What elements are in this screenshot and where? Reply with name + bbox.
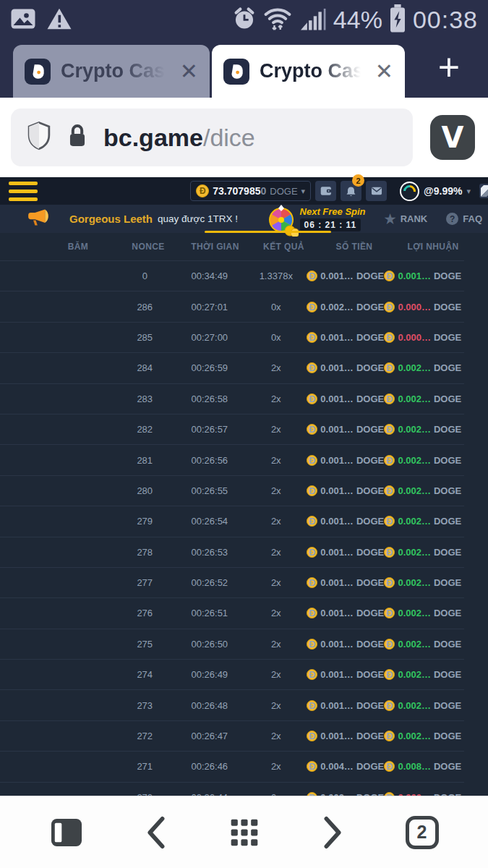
cell-amount: Đ 0.001… DOGE [309,669,382,680]
flag-icon[interactable] [478,182,488,200]
bet-row[interactable]: 282 00:26:57 2x Đ 0.001… DOGE Đ 0.002… D… [0,414,464,444]
bet-row[interactable]: 281 00:26:56 2x Đ 0.001… DOGE Đ 0.002… D… [0,444,464,475]
amount-unit: DOGE [356,577,384,588]
profit-unit: DOGE [434,485,461,496]
cell-profit: Đ 0.002… DOGE [382,362,464,373]
cell-profit: Đ 0.002… DOGE [382,516,464,527]
doge-coin-icon: Đ [307,516,317,527]
doge-coin-icon: Đ [384,761,395,772]
menu-icon[interactable] [9,182,38,201]
vivaldi-menu-button[interactable]: V [430,115,475,160]
url-text: bc.game/dice [103,124,255,152]
cell-nonce: 273 [114,700,176,711]
faq-label: FAQ [463,213,482,224]
col-header-hash: BĂM [40,242,116,252]
bet-row[interactable]: 286 00:27:01 0x Đ 0.002… DOGE Đ 0.000… D… [0,291,464,321]
balance-selector[interactable]: Đ 73.7079850 DOGE ▾ [190,181,311,201]
bet-row[interactable]: 275 00:26:50 2x Đ 0.001… DOGE Đ 0.002… D… [0,629,464,659]
col-header-profit: LỢI NHUẬN [390,242,476,252]
wallet-button[interactable] [315,181,336,201]
warning-icon [46,7,72,33]
bet-row[interactable]: 270 00:26:44 0x Đ 0.002… DOGE Đ 0.000… D… [0,782,464,796]
doge-coin-icon: Đ [196,184,209,197]
cell-amount: Đ 0.001… DOGE [309,271,382,281]
bet-row[interactable]: 279 00:26:54 2x Đ 0.001… DOGE Đ 0.002… D… [0,506,464,536]
url-field[interactable]: bc.game/dice [11,109,413,166]
bet-row[interactable]: 283 00:26:58 2x Đ 0.001… DOGE Đ 0.002… D… [0,383,464,414]
profit-value: 0.002… [398,362,431,373]
notifications-button[interactable]: 2 [341,181,361,201]
bet-row[interactable]: 284 00:26:59 2x Đ 0.001… DOGE Đ 0.002… D… [0,352,464,383]
close-tab-icon[interactable]: ✕ [180,59,198,84]
doge-coin-icon: Đ [384,302,395,312]
wifi-icon [262,6,293,35]
cell-nonce: 278 [114,547,176,558]
cell-time: 00:26:52 [176,577,243,588]
tab-switcher-button[interactable]: 2 [393,804,451,861]
messages-button[interactable] [366,181,387,201]
bet-row[interactable]: 272 00:26:47 2x Đ 0.001… DOGE Đ 0.002… D… [0,720,464,751]
bet-row[interactable]: 276 00:26:51 2x Đ 0.001… DOGE Đ 0.002… D… [0,597,464,628]
cell-profit: Đ 0.002… DOGE [382,669,464,680]
panel-toggle-button[interactable] [38,804,95,861]
cell-time: 00:26:55 [176,485,243,496]
cell-amount: Đ 0.001… DOGE [309,547,382,558]
cell-profit: Đ 0.001… DOGE [382,271,464,281]
new-tab-button[interactable]: + [430,50,468,88]
bet-row[interactable]: 271 00:26:46 2x Đ 0.004… DOGE Đ 0.008… D… [0,751,464,781]
cell-nonce: 281 [114,455,176,466]
bet-row[interactable]: 274 00:26:49 2x Đ 0.001… DOGE Đ 0.002… D… [0,659,464,689]
profit-value: 0.002… [398,669,431,680]
doge-coin-icon: Đ [384,516,395,527]
amount-unit: DOGE [356,393,384,404]
profit-unit: DOGE [434,271,461,281]
bets-table: BĂM NONCE THỜI GIAN KẾT QUẢ SỐ TIỀN LỢI … [0,233,488,796]
doge-coin-icon: Đ [307,271,317,281]
amount-unit: DOGE [356,332,384,343]
free-spin-label: Next Free Spin [300,206,366,217]
cell-time: 00:26:47 [176,731,243,741]
amount-unit: DOGE [356,362,384,373]
cell-result: 2x [243,547,309,558]
battery-percent: 44% [333,6,382,34]
browser-tab-active[interactable]: Crypto Casi ✕ [212,45,405,98]
browser-tab-inactive[interactable]: Crypto Casi ✕ [13,45,210,98]
megaphone-icon [27,208,49,230]
amount-value: 0.001… [320,362,354,373]
amount-value: 0.001… [320,393,354,404]
bet-row[interactable]: 0 00:34:49 1.3378x Đ 0.001… DOGE Đ 0.001… [0,260,464,291]
rank-button[interactable]: ★ RANK [385,211,428,227]
close-tab-icon[interactable]: ✕ [375,59,393,84]
cell-time: 00:34:49 [176,271,243,281]
doge-coin-icon: Đ [384,731,395,741]
announcement-username[interactable]: Gorgeous Leeth [69,213,153,225]
shield-icon[interactable] [27,122,51,153]
speed-dial-button[interactable] [215,804,273,861]
bet-row[interactable]: 285 00:27:00 0x Đ 0.001… DOGE Đ 0.000… D… [0,322,464,352]
free-spin-timer: 06 : 21 : 11 [300,218,361,231]
bet-row[interactable]: 273 00:26:48 2x Đ 0.001… DOGE Đ 0.002… D… [0,689,464,720]
doge-coin-icon: Đ [307,302,317,312]
profit-unit: DOGE [434,761,461,772]
rakeback-percent[interactable]: @9.99% [424,185,462,197]
amount-value: 0.001… [320,516,354,527]
cell-profit: Đ 0.002… DOGE [382,731,464,741]
avatar[interactable] [400,182,419,201]
cell-result: 2x [243,608,309,618]
profit-unit: DOGE [434,731,461,741]
col-header-time: THỜI GIAN [181,242,249,252]
gallery-icon [10,8,36,33]
bet-row[interactable]: 280 00:26:55 2x Đ 0.001… DOGE Đ 0.002… D… [0,475,464,506]
amount-value: 0.001… [320,485,354,496]
forward-button[interactable] [304,804,362,861]
signal-icon [299,7,328,34]
faq-button[interactable]: ? FAQ [446,213,482,225]
cell-amount: Đ 0.001… DOGE [309,332,382,343]
cell-result: 2x [243,393,309,404]
back-button[interactable] [127,804,184,861]
amount-unit: DOGE [356,302,384,312]
bet-row[interactable]: 277 00:26:52 2x Đ 0.001… DOGE Đ 0.002… D… [0,567,464,597]
profit-unit: DOGE [434,669,461,680]
bet-row[interactable]: 278 00:26:53 2x Đ 0.001… DOGE Đ 0.002… D… [0,537,464,567]
question-icon: ? [446,213,458,225]
